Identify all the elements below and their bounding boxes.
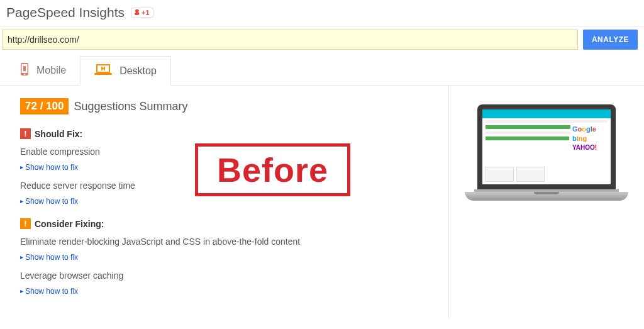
page-title: PageSpeed Insights: [6, 5, 125, 20]
issue-text: Leverage browser caching: [20, 270, 437, 281]
svg-rect-2: [23, 66, 26, 71]
laptop-preview: Google bing YAHOO!: [465, 104, 628, 201]
laptop-screen: Google bing YAHOO!: [477, 104, 616, 189]
laptop-base: [465, 192, 628, 201]
score-badge: 72 / 100: [20, 98, 69, 114]
score-row: 72 / 100 Suggestions Summary: [20, 98, 437, 114]
consider-fixing-title: Consider Fixing:: [35, 219, 104, 229]
analyze-button[interactable]: ANALYZE: [583, 30, 638, 50]
show-how-to-fix-link[interactable]: Show how to fix: [20, 163, 78, 172]
before-stamp-overlay: Before: [195, 143, 350, 196]
svg-rect-7: [103, 67, 104, 68]
issue-item: Eliminate render-blocking JavaScript and…: [20, 237, 437, 262]
url-bar-row: ANALYZE: [0, 26, 644, 56]
should-fix-title: Should Fix:: [35, 129, 82, 139]
show-how-to-fix-link[interactable]: Show how to fix: [20, 287, 78, 296]
preview-site-header: [482, 109, 611, 118]
content-wrap: 72 / 100 Suggestions Summary ! Should Fi…: [0, 86, 644, 318]
should-fix-header: ! Should Fix:: [20, 128, 437, 139]
show-how-to-fix-link[interactable]: Show how to fix: [20, 253, 78, 262]
issue-text: Eliminate render-blocking JavaScript and…: [20, 237, 437, 247]
screen-inner: Google bing YAHOO!: [482, 109, 611, 184]
preview-column: Google bing YAHOO!: [449, 86, 644, 318]
tabs-row: Mobile Desktop: [0, 56, 644, 86]
google-logo: Google: [572, 125, 606, 133]
preview-card: [516, 167, 545, 182]
exclamation-icon: !: [20, 128, 31, 139]
svg-point-3: [24, 74, 25, 75]
gplus-icon: [135, 9, 141, 16]
preview-bar: [486, 137, 569, 140]
google-plus-one-button[interactable]: +1: [131, 8, 153, 18]
tab-desktop[interactable]: Desktop: [80, 56, 171, 86]
url-input[interactable]: [2, 30, 578, 50]
summary-title: Suggestions Summary: [74, 100, 187, 113]
results-column: 72 / 100 Suggestions Summary ! Should Fi…: [0, 86, 449, 318]
issue-item: Leverage browser caching Show how to fix: [20, 270, 437, 296]
svg-rect-9: [94, 73, 112, 75]
preview-logos: Google bing YAHOO!: [570, 123, 608, 174]
preview-bar: [486, 125, 582, 129]
preview-line: [486, 120, 608, 123]
bing-logo: bing: [572, 135, 606, 143]
tab-mobile-label: Mobile: [36, 65, 66, 76]
svg-rect-8: [103, 69, 104, 70]
page-header: PageSpeed Insights +1: [0, 0, 644, 26]
yahoo-logo: YAHOO!: [572, 144, 606, 152]
tab-desktop-label: Desktop: [119, 65, 157, 77]
show-how-to-fix-link[interactable]: Show how to fix: [20, 197, 78, 206]
desktop-icon: [94, 64, 112, 79]
mobile-icon: [20, 62, 29, 79]
preview-card: [486, 167, 514, 182]
consider-fixing-header: ! Consider Fixing:: [20, 218, 437, 229]
tab-mobile[interactable]: Mobile: [6, 56, 80, 85]
exclamation-icon: !: [20, 218, 31, 229]
preview-cards: [486, 167, 545, 182]
